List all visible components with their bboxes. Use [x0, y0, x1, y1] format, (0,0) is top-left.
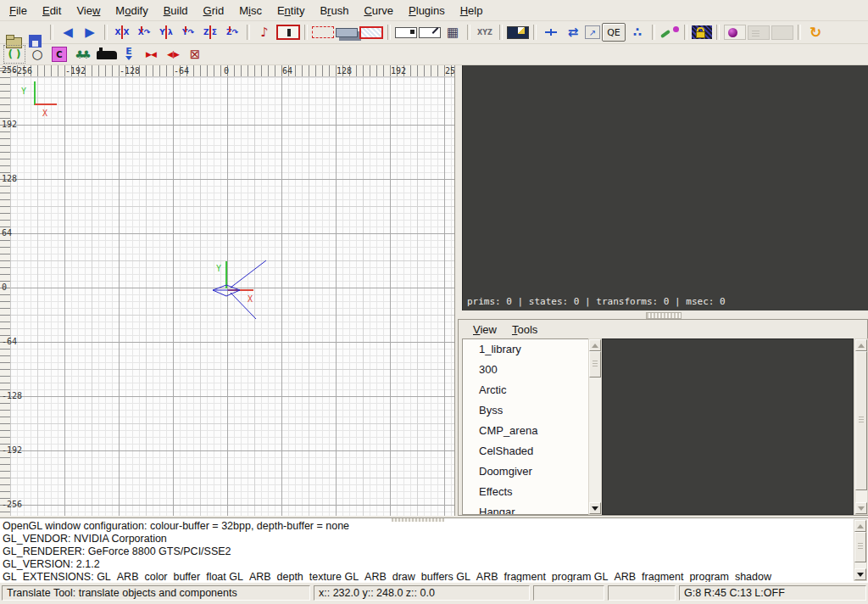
texture-folder-item[interactable]: 1_library: [463, 339, 588, 360]
texture-menu-item[interactable]: Tools: [504, 321, 545, 338]
toolbar-separator: [50, 25, 53, 40]
menu-item[interactable]: File: [2, 2, 35, 20]
scroll-thumb[interactable]: [854, 532, 866, 562]
status-cell: G:8 R:45 C:13 L:OFF: [679, 585, 866, 601]
resize-views-icon[interactable]: ↗: [585, 25, 600, 39]
link-diverge-icon[interactable]: ◀|▶: [163, 45, 183, 64]
render-stats: prims: 0 | states: 0 | transforms: 0 | m…: [467, 296, 726, 307]
x-rotate-icon[interactable]: X↷: [134, 23, 154, 42]
x-flip-icon[interactable]: X X: [112, 23, 132, 42]
reload-icon[interactable]: ↻: [805, 23, 826, 42]
menu-item[interactable]: Plugins: [401, 2, 453, 20]
csg-merge-icon[interactable]: [336, 28, 358, 37]
texture-folder-item[interactable]: Effects: [463, 482, 588, 502]
console-line: GL_VERSION: 2.1.2: [3, 558, 853, 571]
menu-item[interactable]: Help: [453, 2, 491, 20]
textured-view-icon[interactable]: ▦: [442, 23, 463, 42]
model-preview-icon[interactable]: [724, 25, 746, 40]
toolbar-separator: [247, 25, 250, 40]
texture-folder-item[interactable]: Byss: [463, 400, 588, 421]
toolbar-separator: [716, 25, 720, 40]
train-path-icon[interactable]: [97, 51, 117, 59]
splitter-grip[interactable]: [646, 312, 682, 319]
recycle-icon[interactable]: C: [52, 47, 67, 62]
menu-item[interactable]: Grid: [196, 2, 232, 20]
y-flip-icon[interactable]: Y λ: [156, 23, 176, 42]
exclude-icon[interactable]: ⊠: [185, 45, 205, 64]
swap-views-icon[interactable]: ⇄: [563, 23, 583, 42]
scroll-down-button[interactable]: [855, 502, 867, 514]
grid-overlay: Y X Y X: [0, 65, 455, 516]
menu-item[interactable]: Misc: [231, 2, 270, 20]
scroll-down-button[interactable]: [589, 502, 601, 514]
qe-layout-button[interactable]: QE: [602, 23, 626, 42]
scroll-down-button[interactable]: [854, 568, 866, 580]
origin-camera-marker[interactable]: Y X: [213, 260, 266, 319]
menu-item[interactable]: Build: [156, 2, 196, 20]
wireframe-view-icon[interactable]: [395, 27, 417, 38]
arrow-down-icon: [857, 573, 864, 577]
toolbar-separator: [387, 25, 391, 40]
select-touching-icon[interactable]: [312, 26, 334, 38]
texture-folder-item[interactable]: Arctic: [463, 380, 588, 400]
cap-icon[interactable]: [276, 25, 300, 40]
rotate-tool-icon[interactable]: ( ): [3, 45, 25, 64]
status-cell: Translate Tool: translate objects and co…: [2, 585, 310, 601]
texture-lock-icon[interactable]: [692, 25, 712, 39]
pan-view-icon[interactable]: [541, 25, 561, 39]
freelook-icon[interactable]: [659, 25, 680, 39]
foliage-icon[interactable]: ♣♣: [71, 45, 95, 64]
menu-item[interactable]: Modify: [108, 2, 155, 20]
menu-item[interactable]: Curve: [356, 2, 401, 20]
menu-item[interactable]: Edit: [35, 2, 69, 20]
console-scrollbar[interactable]: [854, 519, 867, 581]
camera-window-icon[interactable]: [507, 26, 529, 39]
texture-scrollbar[interactable]: [854, 338, 868, 515]
z-rotate-icon[interactable]: Z↷: [222, 23, 242, 42]
texture-folder-item[interactable]: CMP_arena: [463, 421, 588, 441]
scroll-up-button[interactable]: [589, 339, 601, 351]
camera-texture-splitter[interactable]: [462, 310, 868, 319]
undo-icon[interactable]: ◀: [58, 23, 78, 42]
clipper-icon[interactable]: ♪: [254, 23, 275, 42]
drop-entity-icon[interactable]: E: [119, 45, 139, 64]
cycle-views-icon[interactable]: XYZ: [475, 23, 495, 42]
y-rotate-icon[interactable]: Y↷: [178, 23, 198, 42]
texture-browser-body: 1_library 300 Arctic Byss CMP_arena CelS…: [459, 338, 867, 515]
entity-graph-icon[interactable]: ∴: [627, 23, 648, 42]
select-inside-icon[interactable]: [359, 26, 383, 39]
texture-folder-list: 1_library 300 Arctic Byss CMP_arena CelS…: [462, 338, 588, 515]
status-cell: [608, 585, 676, 601]
menu-item[interactable]: View: [69, 2, 108, 20]
redo-icon[interactable]: ▶: [80, 23, 100, 42]
scroll-thumb[interactable]: [589, 351, 601, 378]
flatshade-view-icon[interactable]: [419, 27, 441, 38]
texture-menu-item[interactable]: View: [465, 321, 504, 338]
scale-tool-icon[interactable]: ○: [27, 45, 47, 64]
console-output[interactable]: OpenGL window configuration: colour-buff…: [3, 520, 853, 582]
folder-list-scrollbar[interactable]: [588, 338, 602, 515]
menu-item[interactable]: Brush: [312, 2, 356, 20]
scroll-thumb[interactable]: [855, 351, 867, 490]
texture-preview-area[interactable]: [602, 338, 854, 515]
scroll-up-button[interactable]: [855, 339, 867, 351]
status-cell: x:: 232.0 y:: 248.0 z:: 0.0: [314, 585, 530, 601]
texture-folder-item[interactable]: Doomgiver: [463, 461, 588, 482]
texture-folder-item[interactable]: Hangar: [463, 502, 588, 515]
gizmo-y-label: Y: [21, 87, 26, 96]
scroll-up-button[interactable]: [854, 520, 866, 532]
toolbar-separator: [533, 25, 537, 40]
link-converge-icon[interactable]: ▶◀: [141, 45, 161, 64]
camera-3d-view[interactable]: prims: 0 | states: 0 | transforms: 0 | m…: [462, 65, 868, 310]
log-window-icon: [748, 25, 770, 40]
arrow-down-icon: [592, 506, 598, 511]
status-bar: Translate Tool: translate objects and co…: [0, 582, 868, 604]
console-panel: OpenGL window configuration: colour-buff…: [0, 517, 868, 582]
texture-folder-item[interactable]: CelShaded: [463, 441, 588, 461]
grid-2d-view[interactable]: -256 -192 -128 -64 0 64 128 192 256 256: [0, 65, 455, 516]
menu-item[interactable]: Entity: [270, 2, 313, 20]
z-flip-icon[interactable]: Z Σ: [200, 23, 220, 42]
texture-browser-panel: View Tools 1_library 300 Arctic Byss CMP…: [458, 319, 868, 516]
texture-folder-item[interactable]: 300: [463, 360, 588, 380]
console-line: GL_RENDERER: GeForce 8800 GTS/PCI/SSE2: [3, 545, 853, 558]
